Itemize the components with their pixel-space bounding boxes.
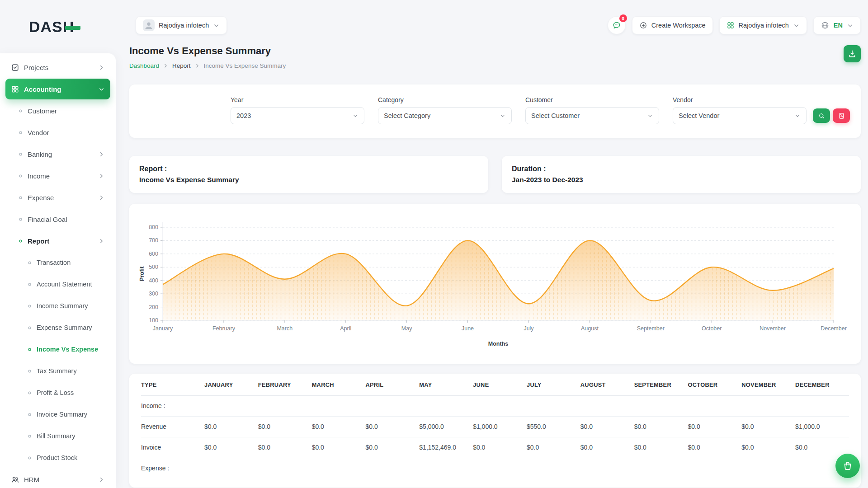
- sidebar-item-transaction[interactable]: Transaction: [5, 252, 110, 273]
- table-cell: $0.0: [634, 437, 688, 458]
- bullet-icon: [18, 108, 23, 113]
- sidebar-item-income[interactable]: Income: [5, 165, 110, 186]
- category-value: Select Category: [384, 112, 430, 119]
- sidebar-item-projects[interactable]: Projects: [5, 57, 110, 78]
- chevron-right-icon: [98, 194, 105, 201]
- sidebar-item-label: Tax Summary: [37, 367, 77, 375]
- table-cell: $0.0: [688, 416, 741, 437]
- column-header: JANUARY: [204, 375, 258, 395]
- sidebar-item-label: Transaction: [37, 259, 71, 266]
- sidebar-item-income-vs-expense[interactable]: Income Vs Expense: [5, 339, 110, 360]
- customer-value: Select Customer: [531, 112, 580, 119]
- sidebar-item-customer[interactable]: Customer: [5, 100, 110, 121]
- table-cell: $0.0: [527, 437, 580, 458]
- language-selector[interactable]: EN: [813, 16, 861, 34]
- chevron-down-icon: [500, 113, 506, 119]
- sidebar-item-expense[interactable]: Expense: [5, 187, 110, 208]
- workspace-avatar-icon: [143, 19, 155, 31]
- sidebar-item-income-summary[interactable]: Income Summary: [5, 296, 110, 316]
- svg-text:700: 700: [149, 237, 158, 244]
- reset-icon: [838, 112, 845, 120]
- sidebar-item-expense-summary[interactable]: Expense Summary: [5, 317, 110, 338]
- bullet-icon: [27, 260, 32, 265]
- table-cell: $1,000.0: [473, 416, 527, 437]
- svg-text:400: 400: [149, 277, 158, 284]
- sidebar-item-finacial-goal[interactable]: Finacial Goal: [5, 209, 110, 230]
- breadcrumb-item[interactable]: Report: [172, 62, 191, 69]
- year-select[interactable]: 2023: [231, 107, 364, 124]
- column-header: DECEMBER: [795, 375, 849, 395]
- bullet-icon: [18, 130, 23, 135]
- table-cell: $1,000.0: [795, 416, 849, 437]
- sidebar-item-label: Invoice Summary: [37, 411, 87, 418]
- company-selector[interactable]: Rajodiya infotech: [719, 16, 807, 34]
- category-label: Category: [378, 96, 512, 103]
- sidebar-item-label: Expense Summary: [37, 324, 92, 331]
- chevron-right-icon: [98, 173, 105, 179]
- sidebar-item-hrm[interactable]: HRM: [5, 469, 110, 488]
- table-cell: $1,152,469.0: [419, 437, 473, 458]
- bullet-icon: [27, 304, 32, 309]
- sidebar-item-accounting[interactable]: Accounting: [5, 79, 110, 99]
- sidebar-item-tax-summary[interactable]: Tax Summary: [5, 361, 110, 381]
- chevron-down-icon: [213, 22, 220, 29]
- bullet-icon: [27, 390, 32, 395]
- projects-icon: [11, 63, 19, 72]
- sidebar-item-label: Vendor: [28, 129, 49, 136]
- svg-text:December: December: [821, 325, 847, 332]
- workspace-selector[interactable]: Rajodiya infotech: [136, 16, 227, 34]
- bullet-icon: [27, 455, 32, 460]
- sidebar-item-account-statement[interactable]: Account Statement: [5, 274, 110, 295]
- breadcrumb: DashboardReportIncome Vs Expense Summary: [129, 62, 286, 69]
- column-header: APRIL: [365, 375, 419, 395]
- svg-text:September: September: [637, 325, 665, 332]
- table-row: Revenue$0.0$0.0$0.0$0.0$5,000.0$1,000.0$…: [141, 416, 849, 437]
- sidebar-item-product-stock[interactable]: Product Stock: [5, 447, 110, 468]
- table-cell: $0.0: [258, 437, 312, 458]
- report-table: TYPEJANUARYFEBRUARYMARCHAPRILMAYJUNEJULY…: [141, 375, 849, 479]
- column-header: JULY: [527, 375, 580, 395]
- vendor-select[interactable]: Select Vendor: [673, 107, 807, 124]
- sidebar-item-vendor[interactable]: Vendor: [5, 122, 110, 143]
- search-button[interactable]: [813, 108, 830, 123]
- bullet-icon: [27, 282, 32, 287]
- messages-button[interactable]: 0: [608, 16, 626, 34]
- column-header: AUGUST: [580, 375, 634, 395]
- profit-area-chart-svg: 100200300400500600700800JanuaryFebruaryM…: [137, 212, 854, 356]
- table-cell: $0.0: [258, 416, 312, 437]
- sidebar-item-invoice-summary[interactable]: Invoice Summary: [5, 404, 110, 425]
- chevron-down-icon: [847, 22, 854, 29]
- table-cell: $0.0: [204, 437, 258, 458]
- sidebar-item-report[interactable]: Report: [5, 230, 110, 251]
- column-header: NOVEMBER: [741, 375, 795, 395]
- table-cell: $0.0: [312, 437, 366, 458]
- download-button[interactable]: [844, 45, 861, 62]
- duration-label: Duration :: [512, 165, 851, 173]
- chevron-down-icon: [352, 113, 359, 119]
- bullet-icon: [18, 217, 23, 222]
- chart-card: 100200300400500600700800JanuaryFebruaryM…: [129, 204, 861, 364]
- svg-text:January: January: [153, 325, 173, 332]
- chevron-down-icon: [794, 113, 801, 119]
- reset-filter-button[interactable]: [833, 108, 850, 123]
- brand-logo[interactable]: DASH: [0, 0, 116, 53]
- table-cell: $0.0: [634, 416, 688, 437]
- customer-label: Customer: [525, 96, 659, 103]
- column-header: JUNE: [473, 375, 527, 395]
- cart-fab-button[interactable]: [835, 454, 860, 478]
- sidebar-item-bill-summary[interactable]: Bill Summary: [5, 426, 110, 446]
- breadcrumb-item[interactable]: Dashboard: [129, 62, 159, 69]
- svg-text:March: March: [277, 325, 292, 332]
- download-icon: [848, 49, 857, 58]
- customer-select[interactable]: Select Customer: [525, 107, 659, 124]
- table-cell: $0.0: [473, 437, 527, 458]
- category-select[interactable]: Select Category: [378, 107, 512, 124]
- create-workspace-button[interactable]: Create Workspace: [632, 16, 713, 34]
- column-header: SEPTEMBER: [634, 375, 688, 395]
- chevron-down-icon: [98, 86, 105, 93]
- bullet-icon: [27, 434, 32, 439]
- sidebar-item-banking[interactable]: Banking: [5, 144, 110, 164]
- table-section-label: Expense :: [141, 458, 849, 479]
- sidebar-item-profit-loss[interactable]: Profit & Loss: [5, 382, 110, 403]
- sidebar-item-label: Income Summary: [37, 302, 88, 310]
